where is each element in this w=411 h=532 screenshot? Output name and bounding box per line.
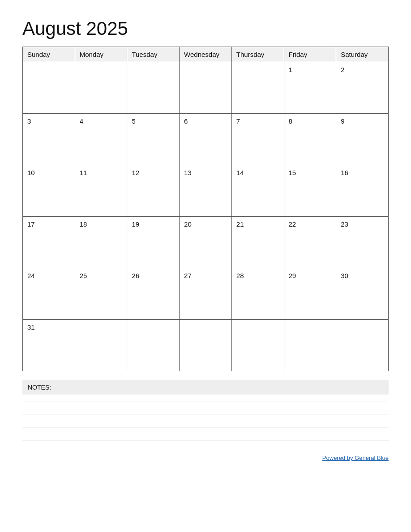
- day-number: 1: [289, 66, 332, 73]
- calendar-cell: 29: [284, 268, 336, 320]
- calendar-cell: [284, 320, 336, 371]
- calendar-cell: [127, 62, 180, 114]
- calendar-cell: 27: [180, 268, 232, 320]
- calendar-cell: 18: [75, 217, 127, 268]
- col-monday: Monday: [75, 47, 127, 62]
- calendar-week-row-6: 31: [23, 320, 389, 371]
- calendar-cell: [75, 320, 127, 371]
- col-saturday: Saturday: [336, 47, 389, 62]
- calendar-cell: [23, 62, 75, 114]
- day-number: 30: [341, 272, 384, 279]
- day-number: 2: [341, 66, 384, 73]
- calendar-cell: 11: [75, 165, 127, 217]
- day-number: 24: [27, 272, 70, 279]
- calendar-body: 1234567891011121314151617181920212223242…: [23, 62, 389, 371]
- calendar-cell: 22: [284, 217, 336, 268]
- day-number: 6: [184, 117, 227, 125]
- page-title: August 2025: [22, 18, 389, 39]
- day-number: 27: [184, 272, 227, 279]
- day-number: 15: [289, 169, 332, 176]
- notes-line-2: [22, 415, 389, 415]
- calendar-cell: [127, 320, 180, 371]
- day-number: 28: [236, 272, 279, 279]
- calendar-cell: 10: [23, 165, 75, 217]
- calendar-cell: [231, 62, 284, 114]
- calendar-cell: 2: [336, 62, 389, 114]
- calendar-cell: 26: [127, 268, 180, 320]
- calendar-cell: 1: [284, 62, 336, 114]
- calendar-cell: 31: [23, 320, 75, 371]
- notes-line-4: [22, 441, 389, 441]
- calendar-cell: 4: [75, 114, 127, 165]
- notes-lines: [22, 402, 389, 441]
- calendar-week-row-4: 17181920212223: [23, 217, 389, 268]
- day-number: 4: [80, 117, 123, 125]
- calendar-cell: 25: [75, 268, 127, 320]
- day-number: 19: [132, 220, 175, 228]
- calendar-cell: 13: [180, 165, 232, 217]
- calendar-cell: [231, 320, 284, 371]
- day-number: 5: [132, 117, 175, 125]
- day-number: 10: [27, 169, 70, 176]
- calendar-cell: 30: [336, 268, 389, 320]
- calendar-cell: 7: [231, 114, 284, 165]
- calendar-cell: 9: [336, 114, 389, 165]
- notes-line-1: [22, 402, 389, 402]
- day-number: 25: [80, 272, 123, 279]
- day-number: 3: [27, 117, 70, 125]
- calendar-cell: 23: [336, 217, 389, 268]
- notes-section: NOTES:: [22, 380, 389, 441]
- day-number: 16: [341, 169, 384, 176]
- calendar-week-row-5: 24252627282930: [23, 268, 389, 320]
- calendar-week-row-2: 3456789: [23, 114, 389, 165]
- day-number: 18: [80, 220, 123, 228]
- day-number: 7: [236, 117, 279, 125]
- calendar-cell: 3: [23, 114, 75, 165]
- col-thursday: Thursday: [231, 47, 284, 62]
- calendar-cell: [180, 320, 232, 371]
- calendar-cell: 16: [336, 165, 389, 217]
- calendar-cell: 6: [180, 114, 232, 165]
- calendar-cell: 17: [23, 217, 75, 268]
- day-number: 29: [289, 272, 332, 279]
- notes-line-3: [22, 428, 389, 428]
- calendar-cell: 5: [127, 114, 180, 165]
- calendar-cell: 21: [231, 217, 284, 268]
- notes-label: NOTES:: [22, 380, 389, 395]
- calendar-cell: 28: [231, 268, 284, 320]
- day-number: 26: [132, 272, 175, 279]
- calendar-cell: 15: [284, 165, 336, 217]
- powered-by-link[interactable]: Powered by General Blue: [322, 455, 389, 461]
- calendar-cell: 19: [127, 217, 180, 268]
- day-number: 14: [236, 169, 279, 176]
- day-number: 8: [289, 117, 332, 125]
- day-number: 9: [341, 117, 384, 125]
- day-number: 21: [236, 220, 279, 228]
- calendar-cell: [180, 62, 232, 114]
- calendar-cell: [336, 320, 389, 371]
- calendar-cell: 14: [231, 165, 284, 217]
- footer: Powered by General Blue: [22, 454, 389, 462]
- day-number: 13: [184, 169, 227, 176]
- col-wednesday: Wednesday: [180, 47, 232, 62]
- calendar-cell: [75, 62, 127, 114]
- col-tuesday: Tuesday: [127, 47, 180, 62]
- day-number: 17: [27, 220, 70, 228]
- calendar-header-row: Sunday Monday Tuesday Wednesday Thursday…: [23, 47, 389, 62]
- calendar-cell: 12: [127, 165, 180, 217]
- calendar-table: Sunday Monday Tuesday Wednesday Thursday…: [22, 47, 389, 371]
- col-sunday: Sunday: [23, 47, 75, 62]
- day-number: 23: [341, 220, 384, 228]
- day-number: 22: [289, 220, 332, 228]
- col-friday: Friday: [284, 47, 336, 62]
- day-number: 12: [132, 169, 175, 176]
- day-number: 20: [184, 220, 227, 228]
- calendar-week-row-3: 10111213141516: [23, 165, 389, 217]
- calendar-week-row-1: 12: [23, 62, 389, 114]
- calendar-cell: 20: [180, 217, 232, 268]
- calendar-cell: 24: [23, 268, 75, 320]
- calendar-cell: 8: [284, 114, 336, 165]
- day-number: 31: [27, 323, 70, 331]
- day-number: 11: [80, 169, 123, 176]
